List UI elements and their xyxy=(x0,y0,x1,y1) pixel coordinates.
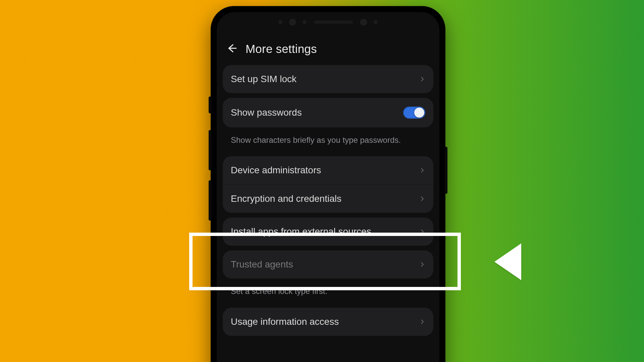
setting-show-passwords[interactable]: Show passwords xyxy=(223,98,433,127)
phone-side-button xyxy=(209,97,211,113)
front-camera-icon xyxy=(289,19,296,25)
phone-volume-up xyxy=(209,130,211,170)
setting-install-external-sources[interactable]: Install apps from external sources xyxy=(223,218,433,246)
setting-label: Usage information access xyxy=(231,316,339,327)
chevron-right-icon xyxy=(419,259,425,270)
phone-power-button xyxy=(445,147,447,194)
speaker-grille xyxy=(313,20,354,24)
setting-label: Install apps from external sources xyxy=(231,226,371,237)
front-camera-icon xyxy=(360,19,367,25)
settings-group-security: Device administrators Encryption and cre… xyxy=(223,156,433,213)
chevron-right-icon xyxy=(419,316,425,327)
phone-screen: More settings Set up SIM lock Show passw… xyxy=(217,12,439,362)
chevron-right-icon xyxy=(419,165,425,176)
settings-list: Set up SIM lock Show passwords Show char… xyxy=(217,65,439,336)
toggle-switch-on[interactable] xyxy=(403,107,425,119)
setting-label: Set up SIM lock xyxy=(231,74,297,84)
setting-label: Device administrators xyxy=(231,165,321,176)
setting-usage-information-access[interactable]: Usage information access xyxy=(223,308,433,336)
phone-frame: More settings Set up SIM lock Show passw… xyxy=(211,6,445,362)
back-arrow-icon[interactable] xyxy=(226,43,237,55)
app-bar: More settings xyxy=(217,36,439,65)
chevron-right-icon xyxy=(419,226,425,237)
toggle-knob xyxy=(414,108,424,118)
setting-sim-lock[interactable]: Set up SIM lock xyxy=(223,65,433,93)
setting-help-text: Set a screen lock type first. xyxy=(223,283,433,303)
setting-trusted-agents[interactable]: Trusted agents xyxy=(223,250,433,279)
setting-help-text: Show characters briefly as you type pass… xyxy=(223,132,433,152)
setting-label: Encryption and credentials xyxy=(231,193,341,204)
phone-volume-down xyxy=(209,180,211,221)
setting-encryption-credentials[interactable]: Encryption and credentials xyxy=(223,185,433,213)
chevron-right-icon xyxy=(419,74,425,84)
setting-label: Trusted agents xyxy=(231,259,293,270)
setting-label: Show passwords xyxy=(231,107,302,118)
setting-device-administrators[interactable]: Device administrators xyxy=(223,156,433,185)
chevron-right-icon xyxy=(419,193,425,204)
sensor-dot xyxy=(278,20,282,24)
annotation-arrow-left-icon xyxy=(494,243,521,280)
page-title: More settings xyxy=(246,42,317,56)
sensor-dot xyxy=(374,20,378,24)
phone-sensor-cluster xyxy=(278,19,378,25)
sensor-dot xyxy=(303,20,307,24)
